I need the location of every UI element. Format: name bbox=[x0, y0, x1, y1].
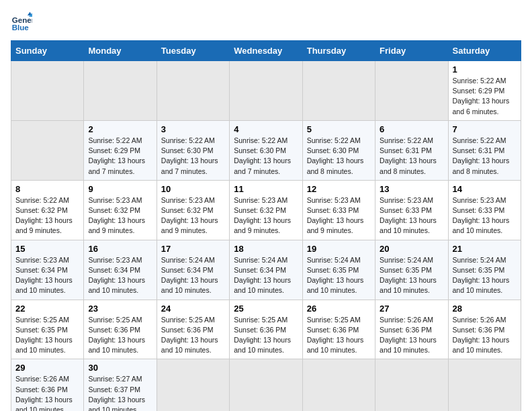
svg-text:Blue: Blue bbox=[12, 24, 30, 32]
empty-cell bbox=[302, 359, 375, 411]
day-cell: 4Sunrise: 5:22 AMSunset: 6:30 PMDaylight… bbox=[230, 120, 302, 180]
day-cell: 27Sunrise: 5:26 AMSunset: 6:36 PMDayligh… bbox=[375, 300, 448, 359]
day-cell: 1Sunrise: 5:22 AMSunset: 6:29 PMDaylight… bbox=[448, 61, 521, 121]
day-cell: 3Sunrise: 5:22 AMSunset: 6:30 PMDaylight… bbox=[157, 120, 229, 180]
day-cell: 26Sunrise: 5:25 AMSunset: 6:36 PMDayligh… bbox=[302, 300, 375, 359]
weekday-header: Thursday bbox=[302, 41, 375, 61]
day-cell: 28Sunrise: 5:26 AMSunset: 6:36 PMDayligh… bbox=[448, 300, 521, 359]
day-cell: 24Sunrise: 5:25 AMSunset: 6:36 PMDayligh… bbox=[157, 300, 229, 359]
day-cell: 22Sunrise: 5:25 AMSunset: 6:35 PMDayligh… bbox=[11, 300, 84, 359]
day-cell: 9Sunrise: 5:23 AMSunset: 6:32 PMDaylight… bbox=[84, 180, 157, 240]
calendar-header: SundayMondayTuesdayWednesdayThursdayFrid… bbox=[11, 41, 521, 61]
weekday-header: Wednesday bbox=[230, 41, 302, 61]
day-cell: 13Sunrise: 5:23 AMSunset: 6:33 PMDayligh… bbox=[375, 180, 448, 240]
calendar-table: SundayMondayTuesdayWednesdayThursdayFrid… bbox=[11, 40, 521, 411]
empty-cell bbox=[375, 359, 448, 411]
header: General Blue bbox=[11, 11, 521, 32]
weekday-header: Monday bbox=[84, 41, 157, 61]
day-cell: 25Sunrise: 5:25 AMSunset: 6:36 PMDayligh… bbox=[230, 300, 302, 359]
day-cell: 5Sunrise: 5:22 AMSunset: 6:30 PMDaylight… bbox=[302, 120, 375, 180]
day-cell: 20Sunrise: 5:24 AMSunset: 6:35 PMDayligh… bbox=[375, 240, 448, 300]
day-cell: 19Sunrise: 5:24 AMSunset: 6:35 PMDayligh… bbox=[302, 240, 375, 300]
empty-cell bbox=[11, 120, 84, 180]
empty-cell bbox=[157, 359, 229, 411]
empty-cell bbox=[84, 61, 157, 121]
day-cell: 2Sunrise: 5:22 AMSunset: 6:29 PMDaylight… bbox=[84, 120, 157, 180]
day-cell: 21Sunrise: 5:24 AMSunset: 6:35 PMDayligh… bbox=[448, 240, 521, 300]
day-cell: 10Sunrise: 5:23 AMSunset: 6:32 PMDayligh… bbox=[157, 180, 229, 240]
day-cell: 15Sunrise: 5:23 AMSunset: 6:34 PMDayligh… bbox=[11, 240, 84, 300]
weekday-header: Saturday bbox=[448, 41, 521, 61]
logo-icon: General Blue bbox=[11, 11, 32, 32]
empty-cell bbox=[230, 61, 302, 121]
day-cell: 30Sunrise: 5:27 AMSunset: 6:37 PMDayligh… bbox=[84, 359, 157, 411]
day-cell: 16Sunrise: 5:23 AMSunset: 6:34 PMDayligh… bbox=[84, 240, 157, 300]
day-cell: 12Sunrise: 5:23 AMSunset: 6:33 PMDayligh… bbox=[302, 180, 375, 240]
day-cell: 29Sunrise: 5:26 AMSunset: 6:36 PMDayligh… bbox=[11, 359, 84, 411]
logo: General Blue bbox=[11, 11, 32, 32]
empty-cell bbox=[375, 61, 448, 121]
day-cell: 14Sunrise: 5:23 AMSunset: 6:33 PMDayligh… bbox=[448, 180, 521, 240]
empty-cell bbox=[157, 61, 229, 121]
empty-cell bbox=[11, 61, 84, 121]
calendar-body: 1Sunrise: 5:22 AMSunset: 6:29 PMDaylight… bbox=[11, 61, 521, 412]
day-cell: 7Sunrise: 5:22 AMSunset: 6:31 PMDaylight… bbox=[448, 120, 521, 180]
day-cell: 18Sunrise: 5:24 AMSunset: 6:34 PMDayligh… bbox=[230, 240, 302, 300]
day-cell: 23Sunrise: 5:25 AMSunset: 6:36 PMDayligh… bbox=[84, 300, 157, 359]
empty-cell bbox=[302, 61, 375, 121]
weekday-header: Tuesday bbox=[157, 41, 229, 61]
empty-cell bbox=[448, 359, 521, 411]
day-cell: 17Sunrise: 5:24 AMSunset: 6:34 PMDayligh… bbox=[157, 240, 229, 300]
empty-cell bbox=[230, 359, 302, 411]
svg-text:General: General bbox=[12, 16, 32, 24]
weekday-header: Sunday bbox=[11, 41, 84, 61]
day-cell: 8Sunrise: 5:22 AMSunset: 6:32 PMDaylight… bbox=[11, 180, 84, 240]
day-cell: 11Sunrise: 5:23 AMSunset: 6:32 PMDayligh… bbox=[230, 180, 302, 240]
weekday-header: Friday bbox=[375, 41, 448, 61]
day-cell: 6Sunrise: 5:22 AMSunset: 6:31 PMDaylight… bbox=[375, 120, 448, 180]
